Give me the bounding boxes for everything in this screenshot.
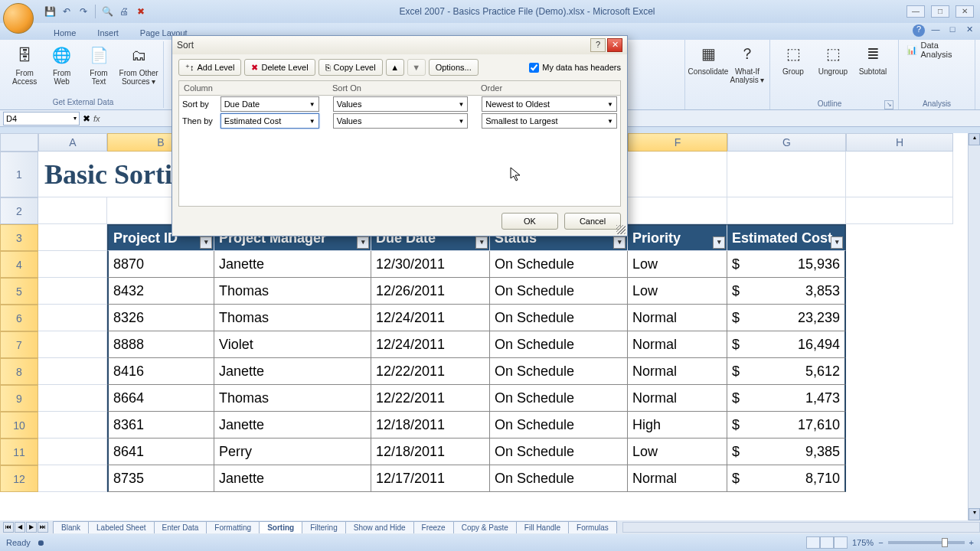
first-sheet-button[interactable]: ⏮: [3, 522, 14, 533]
close-button[interactable]: ✕: [956, 5, 974, 18]
from-access-button[interactable]: 🗄From Access: [8, 41, 41, 86]
from-web-button[interactable]: 🌐From Web: [44, 41, 78, 86]
last-sheet-button[interactable]: ⏭: [38, 522, 48, 533]
table-cell[interactable]: On Schedule: [490, 412, 628, 439]
table-cell[interactable]: 12/24/2011: [371, 305, 490, 331]
table-cell[interactable]: On Schedule: [490, 251, 628, 278]
macro-record-icon[interactable]: ⏺: [37, 538, 45, 547]
normal-view-button[interactable]: [806, 536, 820, 549]
table-cell[interactable]: Normal: [628, 331, 727, 358]
table-cell[interactable]: 12/24/2011: [371, 331, 490, 358]
undo-icon[interactable]: ↶: [60, 5, 74, 18]
row-header-10[interactable]: 10: [0, 412, 38, 439]
table-header[interactable]: Estimated Cost▾: [727, 224, 846, 251]
table-cell[interactable]: 12/17/2011: [371, 465, 490, 492]
redo-icon[interactable]: ↷: [77, 5, 90, 18]
prev-sheet-button[interactable]: ◀: [15, 522, 25, 533]
table-cell[interactable]: Thomas: [214, 278, 371, 305]
ok-button[interactable]: OK: [501, 213, 558, 230]
delete-level-button[interactable]: ✖Delete Level: [244, 59, 315, 76]
sheet-tab[interactable]: Fill Handle: [516, 521, 569, 533]
row-header-12[interactable]: 12: [0, 465, 38, 492]
table-cell[interactable]: 8870: [107, 251, 214, 278]
minimize-button[interactable]: —: [906, 5, 925, 18]
filter-button[interactable]: ▾: [831, 236, 843, 249]
row-header-3[interactable]: 3: [0, 224, 38, 251]
scroll-down-button[interactable]: ▾: [969, 508, 980, 520]
sort-column-select[interactable]: Due Date▼: [220, 96, 319, 112]
table-cell[interactable]: Normal: [628, 305, 727, 331]
maximize-button[interactable]: □: [931, 5, 949, 18]
options-button[interactable]: Options...: [429, 59, 479, 76]
table-cell[interactable]: On Schedule: [490, 385, 628, 412]
resize-grip[interactable]: [616, 225, 626, 234]
table-cell[interactable]: 12/22/2011: [371, 385, 490, 412]
table-cell[interactable]: 12/30/2011: [371, 251, 490, 278]
table-cell-cost[interactable]: $15,936: [727, 251, 846, 278]
dialog-titlebar[interactable]: Sort ? ✕: [172, 36, 627, 54]
sheet-tab[interactable]: Copy & Paste: [453, 521, 517, 533]
column-header-A[interactable]: A: [38, 133, 107, 152]
zoom-slider[interactable]: [888, 541, 965, 544]
name-box[interactable]: D4▾: [3, 112, 80, 126]
sheet-tab[interactable]: Filtering: [302, 521, 346, 533]
table-cell-cost[interactable]: $16,494: [727, 331, 846, 358]
zoom-handle[interactable]: [942, 538, 948, 547]
table-cell[interactable]: Janette: [214, 251, 371, 278]
table-cell-cost[interactable]: $8,710: [727, 465, 846, 492]
table-cell[interactable]: 12/18/2011: [371, 439, 490, 465]
table-cell[interactable]: On Schedule: [490, 278, 628, 305]
table-cell[interactable]: On Schedule: [490, 465, 628, 492]
table-cell[interactable]: Low: [628, 439, 727, 465]
filter-button[interactable]: ▾: [613, 236, 626, 249]
table-cell[interactable]: On Schedule: [490, 305, 628, 331]
row-header-6[interactable]: 6: [0, 305, 38, 331]
table-cell[interactable]: Perry: [214, 439, 371, 465]
zoom-level[interactable]: 175%: [852, 538, 874, 547]
table-cell[interactable]: 12/18/2011: [371, 412, 490, 439]
table-cell-cost[interactable]: $9,385: [727, 439, 846, 465]
sort-on-select[interactable]: Values▼: [333, 96, 469, 112]
dialog-help-button[interactable]: ?: [590, 38, 606, 52]
tab-home[interactable]: Home: [43, 26, 87, 40]
consolidate-button[interactable]: ▦Consolidate: [690, 40, 727, 76]
tab-insert[interactable]: Insert: [87, 26, 129, 40]
table-cell[interactable]: 8888: [107, 331, 214, 358]
table-cell[interactable]: 8361: [107, 412, 214, 439]
column-header-F[interactable]: F: [628, 133, 727, 152]
table-cell-cost[interactable]: $5,612: [727, 358, 846, 385]
table-header[interactable]: Priority▾: [628, 224, 727, 251]
table-cell[interactable]: Normal: [628, 465, 727, 492]
restore-ribbon-icon[interactable]: □: [946, 24, 959, 37]
cancel-button[interactable]: Cancel: [564, 213, 621, 230]
table-cell[interactable]: Normal: [628, 385, 727, 412]
fx-icon[interactable]: fx: [93, 114, 100, 123]
sheet-tab[interactable]: Show and Hide: [345, 521, 414, 533]
select-all-corner[interactable]: [0, 133, 38, 152]
column-header-G[interactable]: G: [727, 133, 846, 152]
table-cell[interactable]: 8664: [107, 385, 214, 412]
table-cell[interactable]: 8641: [107, 439, 214, 465]
table-cell[interactable]: Low: [628, 278, 727, 305]
table-cell[interactable]: Normal: [628, 358, 727, 385]
move-down-button[interactable]: ▼: [407, 59, 426, 76]
filter-button[interactable]: ▾: [357, 236, 369, 249]
table-cell-cost[interactable]: $1,473: [727, 385, 846, 412]
sort-order-select[interactable]: Smallest to Largest▼: [482, 113, 617, 129]
table-cell[interactable]: 8432: [107, 278, 214, 305]
table-cell[interactable]: 8735: [107, 465, 214, 492]
sheet-tab[interactable]: Formatting: [206, 521, 260, 533]
row-header-4[interactable]: 4: [0, 251, 38, 278]
table-cell-cost[interactable]: $17,610: [727, 412, 846, 439]
print-preview-icon[interactable]: 🔍: [100, 5, 114, 18]
column-header-H[interactable]: H: [846, 133, 953, 152]
table-cell[interactable]: On Schedule: [490, 439, 628, 465]
table-cell-cost[interactable]: $3,853: [727, 278, 846, 305]
table-cell[interactable]: 8416: [107, 358, 214, 385]
table-cell[interactable]: Janette: [214, 358, 371, 385]
sort-column-select[interactable]: Estimated Cost▼: [220, 113, 319, 129]
scroll-up-button[interactable]: ▴: [969, 133, 980, 145]
sort-order-select[interactable]: Newest to Oldest▼: [482, 96, 617, 112]
subtotal-button[interactable]: ≣Subtotal: [854, 40, 891, 76]
page-layout-view-button[interactable]: [820, 536, 834, 549]
